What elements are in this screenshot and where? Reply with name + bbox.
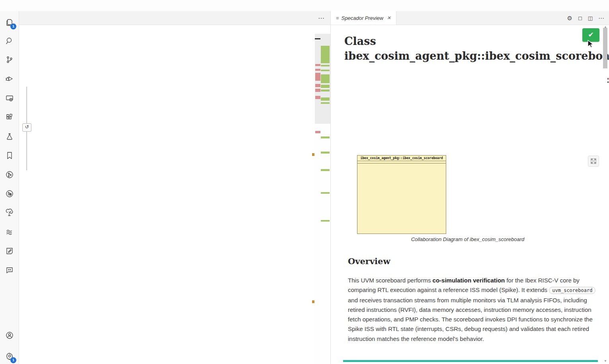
ruler-mark bbox=[312, 153, 314, 156]
vscode-window: 1 bbox=[0, 0, 609, 364]
ruler-mark bbox=[607, 78, 609, 80]
settings-badge: 1 bbox=[10, 357, 16, 363]
minimap[interactable] bbox=[315, 34, 330, 364]
remote-explorer-icon[interactable] bbox=[0, 90, 19, 106]
project-tree-icon[interactable] bbox=[0, 205, 19, 221]
preview-content: ✔ Class ibex_cosim_agent_pkg::ibex_cosim… bbox=[331, 25, 609, 364]
inline-code-chip: uvm_scoreboard bbox=[549, 287, 595, 294]
uml-class-box: ibex_cosim_agent_pkg::ibex_cosim_scorebo… bbox=[357, 155, 446, 234]
explorer-badge: 1 bbox=[10, 23, 16, 29]
revert-block-button[interactable]: ↺ bbox=[22, 123, 31, 132]
preview-actions: ⚙ ◻ ◫ ⋯ bbox=[567, 11, 604, 25]
class-title: Class ibex_cosim_agent_pkg::ibex_cosim_s… bbox=[344, 34, 601, 63]
uml-methods bbox=[357, 164, 446, 165]
close-icon[interactable]: ✕ bbox=[387, 15, 391, 21]
testing-flask-icon[interactable] bbox=[0, 128, 19, 144]
diagram-caption: Collaboration Diagram of ibex_cosim_scor… bbox=[344, 236, 591, 242]
code-editor[interactable] bbox=[19, 34, 315, 364]
layout-icon[interactable]: ◻ bbox=[578, 15, 582, 21]
mouse-cursor-icon bbox=[588, 40, 595, 49]
editor-group: ⋯ ↺ bbox=[19, 11, 330, 364]
bookmarks-icon[interactable] bbox=[0, 148, 19, 164]
remote-repositories-icon[interactable] bbox=[0, 186, 19, 202]
preview-group: ≡ Specador Preview ✕ ⚙ ◻ ◫ ⋯ ✔ Class ibe… bbox=[331, 11, 609, 364]
more-actions-icon[interactable]: ⋯ bbox=[318, 14, 325, 22]
diagram-expand-button[interactable] bbox=[588, 156, 599, 167]
breadcrumb bbox=[19, 25, 330, 34]
edit-session-icon[interactable] bbox=[0, 243, 19, 259]
overview-paragraph: This UVM scoreboard performs co-simulati… bbox=[348, 276, 597, 344]
waves-icon[interactable] bbox=[0, 224, 19, 240]
uml-class-title: ibex_cosim_agent_pkg::ibex_cosim_scorebo… bbox=[357, 156, 446, 161]
accounts-icon[interactable] bbox=[0, 327, 19, 343]
overview-heading: Overview bbox=[348, 256, 390, 266]
tab-bar bbox=[19, 11, 330, 25]
tab-specador-preview[interactable]: ≡ Specador Preview ✕ bbox=[331, 11, 396, 25]
explorer-icon[interactable]: 1 bbox=[0, 14, 19, 30]
tab-label: Specador Preview bbox=[342, 15, 384, 21]
settings-gear-icon[interactable]: 1 bbox=[0, 348, 19, 364]
chat-icon[interactable] bbox=[0, 262, 19, 278]
scrollbar-thumb[interactable] bbox=[603, 28, 607, 68]
teal-divider bbox=[343, 360, 598, 362]
ruler-mark bbox=[607, 82, 609, 83]
source-control-icon[interactable] bbox=[0, 52, 19, 68]
more-actions-icon[interactable]: ⋯ bbox=[598, 15, 604, 22]
settings-gear-icon[interactable]: ⚙ bbox=[567, 15, 572, 22]
menu-bar bbox=[0, 0, 609, 11]
ruler-mark bbox=[312, 300, 314, 303]
file-icon: ≡ bbox=[336, 15, 339, 21]
activity-bar: 1 bbox=[0, 11, 19, 364]
commit-graph-icon[interactable] bbox=[0, 167, 19, 183]
scroll-down-arrow[interactable]: ▼ bbox=[604, 359, 607, 363]
split-editor-icon[interactable]: ◫ bbox=[588, 15, 593, 21]
search-icon[interactable] bbox=[0, 33, 19, 49]
run-debug-icon[interactable] bbox=[0, 71, 19, 87]
extensions-icon[interactable] bbox=[0, 109, 19, 125]
